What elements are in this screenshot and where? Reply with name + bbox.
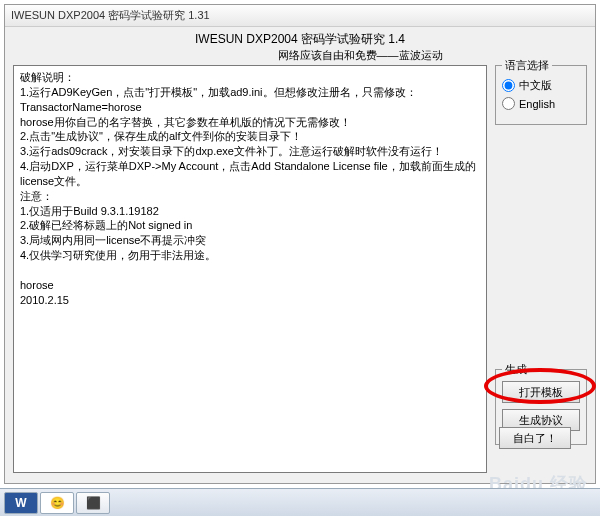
radio-english[interactable]: English [502,97,580,110]
radio-english-label: English [519,98,555,110]
page-title: IWESUN DXP2004 密码学试验研究 1.4 [5,27,595,48]
language-legend: 语言选择 [502,58,552,73]
confess-button[interactable]: 自白了！ [499,427,571,449]
radio-chinese-label: 中文版 [519,78,552,93]
taskbar-item-misc[interactable]: ⬛ [76,492,110,514]
taskbar-item-word[interactable]: W [4,492,38,514]
open-template-button[interactable]: 打开模板 [502,381,580,403]
radio-english-input[interactable] [502,97,515,110]
app-window: IWESUN DXP2004 密码学试验研究 1.31 IWESUN DXP20… [4,4,596,484]
window-title: IWESUN DXP2004 密码学试验研究 1.31 [11,8,210,23]
language-groupbox: 语言选择 中文版 English [495,65,587,125]
taskbar-item-app[interactable]: 😊 [40,492,74,514]
side-panel: 语言选择 中文版 English 生成 打开模板 生成协议 [495,65,587,473]
radio-chinese[interactable]: 中文版 [502,78,580,93]
radio-chinese-input[interactable] [502,79,515,92]
content-area: 破解说明： 1.运行AD9KeyGen，点击"打开模板"，加载ad9.ini。但… [5,65,595,481]
instructions-text[interactable]: 破解说明： 1.运行AD9KeyGen，点击"打开模板"，加载ad9.ini。但… [13,65,487,473]
taskbar: W 😊 ⬛ [0,488,600,516]
titlebar: IWESUN DXP2004 密码学试验研究 1.31 [5,5,595,27]
generate-legend: 生成 [502,362,530,377]
